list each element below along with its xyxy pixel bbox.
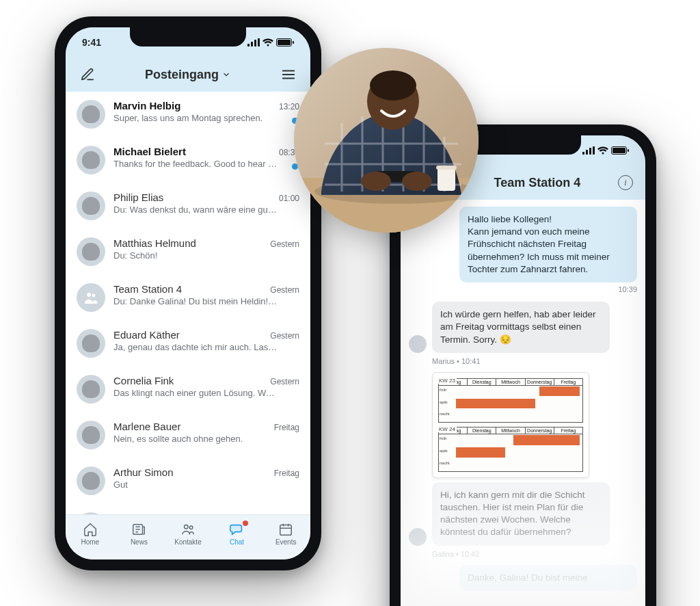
- avatar: [77, 146, 105, 174]
- svg-rect-6: [293, 41, 294, 44]
- notch: [465, 135, 581, 155]
- svg-rect-24: [589, 148, 591, 155]
- chat-name: Arthur Simon: [113, 466, 174, 478]
- chat-name: Philip Elias: [113, 192, 163, 203]
- chat-item[interactable]: Eduard KätherGestern Ja, genau das dacht…: [66, 321, 310, 367]
- status-icons: [582, 146, 629, 155]
- chat-item[interactable]: Theo LahnDonnerstag Ich gehe davon aus, …: [66, 504, 310, 514]
- tab-label: Home: [81, 538, 99, 546]
- compose-button[interactable]: [78, 65, 97, 84]
- hero-photo: [294, 48, 479, 233]
- svg-rect-5: [278, 40, 291, 45]
- chat-preview: Du: Was denkst du, wann wäre eine gute Z…: [113, 205, 278, 215]
- chat-name: Cornelia Fink: [113, 375, 174, 386]
- signal-icon: [582, 146, 595, 155]
- schedule-header: MontagDienstagMittwochDonnerstagFreitag: [439, 427, 582, 434]
- battery-icon: [276, 38, 294, 47]
- chat-name: Michael Bielert: [113, 146, 186, 157]
- svg-rect-1: [251, 42, 253, 47]
- message-time: 10:39: [409, 285, 637, 293]
- notch: [130, 27, 246, 47]
- svg-rect-27: [612, 148, 625, 153]
- svg-point-42: [370, 70, 416, 101]
- chat-item[interactable]: Philip Elias01:00 Du: Was denkst du, wan…: [66, 183, 310, 229]
- tab-label: News: [131, 538, 148, 546]
- chat-item[interactable]: Marlene BauerFreitag Nein, es sollte auc…: [66, 412, 310, 458]
- tab-bar: Home News Kontakte Chat Events: [66, 514, 310, 559]
- svg-rect-0: [247, 44, 250, 47]
- tab-news[interactable]: News: [118, 522, 159, 546]
- home-icon: [83, 522, 98, 537]
- chat-time: Freitag: [274, 469, 299, 478]
- avatar: [77, 237, 105, 266]
- avatar: [77, 375, 105, 404]
- attachment-image[interactable]: KW 23 MontagDienstagMittwochDonnerstagFr…: [432, 372, 589, 478]
- tab-kontakte[interactable]: Kontakte: [167, 522, 208, 546]
- svg-rect-25: [593, 146, 595, 155]
- svg-rect-3: [258, 38, 260, 47]
- chat-time: Freitag: [274, 423, 299, 432]
- chat-item[interactable]: Matthias HelmundGestern Du: Schön!: [66, 229, 310, 275]
- chevron-down-icon: [221, 70, 231, 79]
- status-time: 9:41: [82, 37, 101, 48]
- schedule-header: MontagDienstagMittwochDonnerstagFreitag: [439, 379, 582, 386]
- chat-item[interactable]: Team Station 4Gestern Du: Danke Galina! …: [66, 275, 310, 321]
- conversation-body[interactable]: Hallo liebe Kollegen! Kann jemand von eu…: [401, 200, 645, 606]
- svg-rect-22: [582, 152, 584, 155]
- chat-time: Gestern: [270, 285, 299, 295]
- svg-point-10: [87, 293, 91, 297]
- chat-name: Eduard Käther: [113, 329, 180, 341]
- svg-rect-23: [586, 150, 588, 155]
- svg-point-17: [189, 526, 193, 529]
- message-bubble-other[interactable]: Hi, ich kann gern mit dir die Schicht ta…: [432, 482, 610, 546]
- chat-time: Gestern: [270, 239, 299, 249]
- svg-rect-43: [438, 168, 455, 191]
- menu-button[interactable]: [279, 65, 298, 84]
- chatlist-title-label: Posteingang: [145, 68, 219, 82]
- svg-point-11: [92, 294, 96, 298]
- chat-item[interactable]: Cornelia FinkGestern Das klingt nach ein…: [66, 367, 310, 412]
- message-row: Hi, ich kann gern mit dir die Schicht ta…: [409, 482, 637, 549]
- screen-left: 9:41 Posteingang: [66, 27, 310, 559]
- chat-list[interactable]: Marvin Helbig13:20 Super, lass uns am Mo…: [66, 92, 310, 514]
- svg-rect-18: [280, 525, 292, 536]
- tab-label: Chat: [230, 538, 244, 546]
- avatar: [77, 192, 105, 220]
- message-bubble-me[interactable]: Hallo liebe Kollegen! Kann jemand von eu…: [459, 207, 637, 282]
- tab-events[interactable]: Events: [265, 522, 306, 546]
- chat-name: Marvin Helbig: [113, 100, 180, 111]
- avatar: [77, 100, 105, 129]
- contacts-icon: [180, 522, 196, 537]
- svg-point-47: [402, 172, 432, 191]
- avatar: [409, 528, 427, 546]
- avatar: [409, 335, 427, 353]
- info-button[interactable]: i: [618, 175, 633, 190]
- chatlist-title[interactable]: Posteingang: [145, 68, 231, 82]
- message-bubble-me[interactable]: Danke, Galina! Du bist meine: [459, 565, 637, 591]
- svg-point-46: [361, 172, 391, 191]
- message-meta: Marius • 10:41: [432, 357, 637, 365]
- tab-chat[interactable]: Chat: [217, 522, 258, 546]
- group-avatar-icon: [77, 283, 105, 312]
- phone-left-mockup: 9:41 Posteingang: [55, 16, 321, 570]
- wifi-icon: [262, 38, 273, 47]
- tab-home[interactable]: Home: [70, 522, 111, 546]
- chat-time: 01:00: [279, 194, 299, 203]
- avatar: [77, 329, 105, 358]
- chat-preview: Das klingt nach einer guten Lösung. Was …: [113, 388, 278, 398]
- conversation-title: Team Station 4: [494, 176, 581, 190]
- schedule-week-label: KW 23: [438, 378, 457, 384]
- schedule-week-label: KW 24: [438, 426, 457, 432]
- chat-item[interactable]: Arthur SimonFreitag Gut: [66, 458, 310, 504]
- battery-icon: [611, 146, 629, 155]
- chat-item[interactable]: Michael Bielert08:31 Thanks for the feed…: [66, 137, 310, 183]
- chat-preview: Thanks for the feedback. Good to hear yo…: [113, 159, 278, 169]
- svg-point-16: [184, 525, 188, 529]
- tab-label: Events: [275, 538, 297, 546]
- chat-name: Marlene Bauer: [113, 421, 180, 432]
- signal-icon: [247, 38, 260, 47]
- svg-rect-44: [436, 166, 457, 170]
- message-bubble-other[interactable]: Ich würde gern helfen, hab aber leider a…: [432, 302, 610, 353]
- chat-item[interactable]: Marvin Helbig13:20 Super, lass uns am Mo…: [66, 92, 310, 137]
- svg-rect-28: [628, 149, 629, 152]
